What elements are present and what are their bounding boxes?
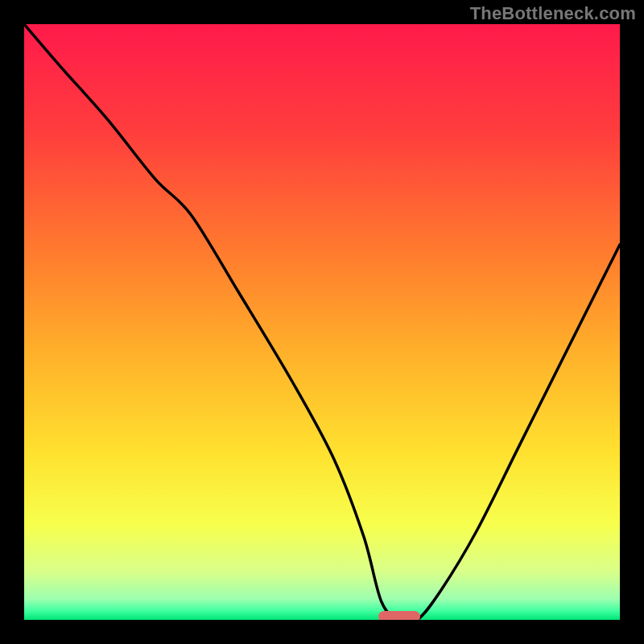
watermark-text: TheBottleneck.com — [470, 3, 636, 24]
optimal-marker — [378, 611, 420, 620]
chart-frame: TheBottleneck.com — [0, 0, 644, 644]
bottleneck-curve — [24, 24, 620, 620]
plot-area — [24, 24, 620, 620]
